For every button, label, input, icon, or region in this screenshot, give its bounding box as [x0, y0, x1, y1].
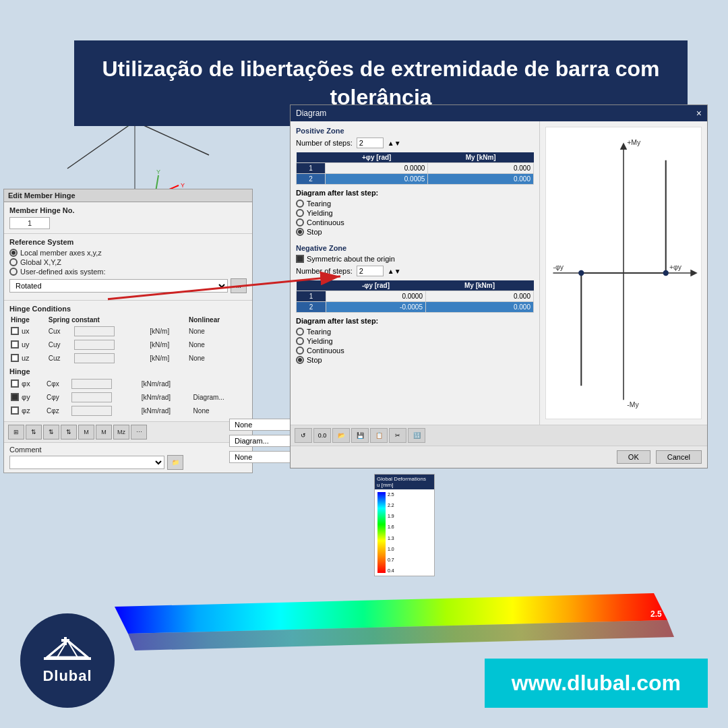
col-my-header: My [kNm] — [428, 152, 534, 163]
hinge-conditions-section: Hinge Conditions Hinge Spring constant N… — [4, 301, 252, 421]
cb-py[interactable] — [11, 393, 19, 401]
table-row[interactable]: 2 -0.0005 0.000 — [297, 302, 534, 313]
py-spring-input[interactable] — [71, 392, 112, 402]
radio-global-label: Global X,Y,Z — [20, 258, 61, 266]
radio-user[interactable]: User-defined axis system: — [9, 268, 247, 276]
global-deformations-panel: Global Deformations u [mm] 2.5 2.2 1.9 1… — [374, 474, 435, 576]
diagram-chart: +My -My +φy -φy — [545, 127, 702, 419]
steps-label: Number of steps: — [296, 139, 353, 147]
px-spring-input[interactable] — [71, 379, 112, 389]
ok-button[interactable]: OK — [617, 450, 650, 464]
neg-radio-stop[interactable]: Stop — [296, 356, 534, 364]
svg-text:2.5: 2.5 — [650, 609, 662, 619]
neg-my-2[interactable]: 0.000 — [425, 302, 533, 313]
steps-row-negative: Number of steps: ▲▼ — [296, 266, 534, 276]
table-row[interactable]: 1 0.0000 0.000 — [297, 163, 534, 174]
dialog-right-panel: +My -My +φy -φy — [540, 121, 707, 425]
dialog-tool-2[interactable]: 0.0 — [313, 428, 331, 443]
color-scale: 2.5 2.2 1.9 1.6 1.3 1.0 0.7 0.4 — [377, 492, 431, 573]
my-2[interactable]: 0.000 — [428, 174, 534, 185]
cb-px[interactable] — [11, 380, 19, 388]
radio-tearing-circle — [296, 200, 304, 208]
radio-global[interactable]: Global X,Y,Z — [9, 258, 247, 266]
neg-steps-label: Number of steps: — [296, 267, 353, 275]
rotated-dropdown-row: Rotated ... — [9, 278, 247, 293]
radio-local[interactable]: Local member axes x,y,z — [9, 249, 247, 257]
hinge-angle-table: φx Cφx [kNm/rad] φy Cφy [kNm/rad] Diagra… — [9, 377, 247, 417]
svg-marker-14 — [620, 143, 627, 150]
dialog-tool-4[interactable]: 💾 — [351, 428, 369, 443]
steps-input-positive[interactable] — [357, 138, 384, 148]
uz-spring-input[interactable] — [74, 353, 115, 363]
table-row: uz Cuz [kN/m] None — [9, 351, 247, 365]
row-num-1: 1 — [297, 163, 326, 174]
hinge-panel-title: Edit Member Hinge — [4, 189, 252, 202]
tool-btn-3[interactable]: ⇅ — [43, 425, 59, 439]
tool-btn-1[interactable]: ⊞ — [8, 425, 24, 439]
dialog-tool-1[interactable]: ↺ — [295, 428, 312, 443]
dialog-tool-6[interactable]: ✂ — [389, 428, 406, 443]
negative-zone: Negative Zone Symmetric about the origin… — [296, 244, 534, 364]
radio-stop[interactable]: Stop — [296, 228, 534, 236]
dialog-toolbar: ↺ 0.0 📂 💾 📋 ✂ 🔢 — [291, 425, 707, 446]
cancel-button[interactable]: Cancel — [656, 450, 702, 464]
svg-text:-φy: -φy — [553, 264, 564, 271]
cb-uz[interactable] — [11, 354, 19, 362]
pz-spring-input[interactable] — [71, 406, 112, 416]
neg-phi-1[interactable]: 0.0000 — [326, 291, 425, 302]
svg-marker-28 — [47, 640, 88, 657]
diagram-dialog: Diagram × Positive Zone Number of steps:… — [290, 104, 708, 468]
neg-steps-spinner[interactable]: ▲▼ — [388, 268, 401, 275]
negative-zone-title: Negative Zone — [296, 244, 534, 252]
radio-tearing[interactable]: Tearing — [296, 200, 534, 208]
ux-spring-input[interactable] — [74, 326, 115, 336]
cb-symmetric[interactable] — [296, 255, 304, 263]
my-1[interactable]: 0.000 — [428, 163, 534, 174]
dialog-tool-7[interactable]: 🔢 — [408, 428, 425, 443]
cb-ux[interactable] — [11, 327, 19, 335]
phi-2[interactable]: 0.0005 — [326, 174, 428, 185]
radio-yielding[interactable]: Yielding — [296, 209, 534, 217]
symmetric-row[interactable]: Symmetric about the origin — [296, 255, 534, 263]
phi-1[interactable]: 0.0000 — [326, 163, 428, 174]
tool-btn-4[interactable]: ⇅ — [61, 425, 77, 439]
tool-btn-7[interactable]: Mz — [113, 425, 129, 439]
neg-my-1[interactable]: 0.000 — [425, 291, 533, 302]
hinge-panel: Edit Member Hinge Member Hinge No. 1 Ref… — [3, 189, 253, 473]
dialog-tool-3[interactable]: 📂 — [332, 428, 350, 443]
neg-col-phi-header: -φy [rad] — [326, 280, 425, 291]
steps-spinner[interactable]: ▲▼ — [388, 140, 401, 147]
steps-input-negative[interactable] — [357, 266, 384, 276]
tool-btn-8[interactable]: ⋯ — [131, 425, 147, 439]
positive-zone-title: Positive Zone — [296, 127, 534, 135]
tool-btn-2[interactable]: ⇅ — [26, 425, 42, 439]
radio-continuous[interactable]: Continuous — [296, 218, 534, 226]
tool-btn-6[interactable]: M — [96, 425, 112, 439]
dialog-close-btn[interactable]: × — [696, 108, 702, 119]
dialog-footer: OK Cancel — [291, 446, 707, 468]
comment-input[interactable] — [9, 456, 164, 469]
neg-radio-tearing[interactable]: Tearing — [296, 328, 534, 336]
cb-pz[interactable] — [11, 406, 19, 415]
neg-phi-2[interactable]: -0.0005 — [326, 302, 425, 313]
comment-browse-btn[interactable]: 📁 — [167, 455, 183, 470]
table-row: φz Cφz [kNm/rad] None — [9, 404, 247, 417]
member-hinge-no-label: Member Hinge No. — [9, 206, 247, 214]
radio-continuous-circle — [296, 218, 304, 226]
cb-uy[interactable] — [11, 340, 19, 348]
color-bar — [377, 492, 386, 573]
svg-line-30 — [67, 640, 88, 657]
dialog-tool-5[interactable]: 📋 — [370, 428, 388, 443]
svg-point-21 — [578, 270, 584, 276]
rotated-dropdown[interactable]: Rotated — [9, 279, 228, 293]
rotated-browse-btn[interactable]: ... — [231, 278, 247, 293]
member-hinge-no-input[interactable]: 1 — [9, 217, 50, 229]
tool-btn-5[interactable]: M — [78, 425, 94, 439]
neg-radio-continuous[interactable]: Continuous — [296, 346, 534, 355]
neg-radio-yielding[interactable]: Yielding — [296, 337, 534, 345]
table-row[interactable]: 1 0.0000 0.000 — [297, 291, 534, 302]
neg-radio-continuous-circle — [296, 346, 304, 355]
table-row[interactable]: 2 0.0005 0.000 — [297, 174, 534, 185]
uy-spring-input[interactable] — [74, 340, 115, 350]
hinge-sub-label: Hinge — [9, 367, 247, 375]
